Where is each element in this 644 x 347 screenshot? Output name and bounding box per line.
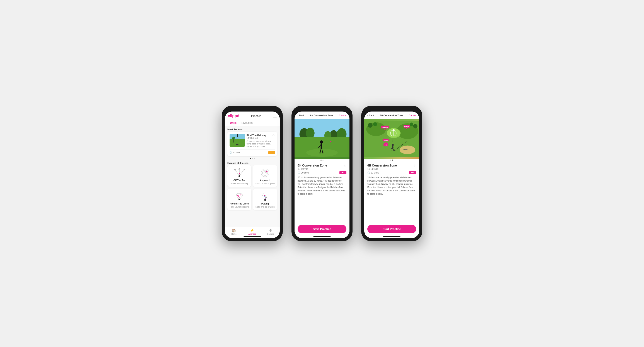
drill-distance: 10-50 yds [298, 168, 327, 170]
svg-point-38 [306, 128, 314, 139]
svg-text:Rough: Rough [404, 126, 409, 127]
svg-point-61 [413, 124, 418, 129]
phone-3: ‹ Back 6ft Conversion Zone Cancel [361, 106, 422, 241]
skill-desc-atg: Hone your short game [230, 206, 249, 208]
svg-text:Fairway: Fairway [382, 126, 388, 128]
svg-rect-6 [237, 134, 238, 137]
capture-icon: ⊕ [269, 228, 272, 232]
cancel-button[interactable]: Cancel [339, 114, 346, 117]
skill-name-approach: Approach [260, 179, 270, 182]
home-icon: 🏠 [232, 228, 236, 232]
drill-description: 20 shots are randomly generated at dista… [298, 176, 346, 196]
detail-body: 6ft Conversion Zone 10-50 yds ☆ 🕐 20 sho… [294, 162, 350, 223]
activities-icon: ⚡ [250, 228, 254, 232]
back-label: Back [369, 114, 374, 117]
svg-point-22 [238, 195, 239, 196]
drill-title: Find The Fairway [246, 134, 275, 137]
cancel-button[interactable]: Cancel [409, 114, 416, 117]
start-practice-button[interactable]: Start Practice [298, 225, 346, 233]
clock-icon: 🕐 [298, 172, 300, 174]
phone-notch [313, 109, 331, 110]
svg-point-26 [238, 196, 239, 197]
shots-info: 🕐 10 shots [230, 151, 240, 154]
svg-point-33 [265, 198, 266, 199]
image-dots [364, 159, 419, 162]
golf-scene [230, 134, 245, 147]
drill-shots: 🕐 20 shots [367, 172, 379, 174]
svg-point-50 [322, 153, 324, 153]
back-button[interactable]: ‹ Back [298, 114, 304, 117]
svg-text:SAND: SAND [403, 149, 408, 151]
clock-icon: 🕐 [367, 172, 370, 174]
back-button[interactable]: ‹ Back [367, 114, 374, 117]
svg-point-62 [410, 122, 413, 126]
skill-card-atg[interactable]: Around The Green Hone your short game [228, 189, 251, 210]
screen-content: Most Popular ☆ [225, 126, 280, 227]
tab-bar: Drills Favourites [228, 120, 277, 126]
detail-title: 6ft Conversion Zone [310, 114, 333, 117]
svg-point-59 [368, 123, 372, 128]
svg-point-29 [262, 194, 263, 195]
skill-card-putting[interactable]: Putting Make and lag practice [253, 189, 277, 210]
svg-point-13 [238, 175, 240, 177]
nav-activities-label: Activities [248, 233, 256, 235]
hamburger-line [273, 117, 277, 117]
detail-body: 6ft Conversion Zone 10-50 yds ☆ 🕐 20 sho… [364, 162, 419, 223]
logo: clippd [228, 114, 239, 118]
skill-icon-putting [258, 191, 272, 202]
tab-favourites[interactable]: Favourites [239, 120, 255, 126]
menu-button[interactable] [273, 115, 277, 117]
home-bar [313, 236, 331, 237]
svg-point-21 [265, 172, 266, 173]
drill-tag: ARG [409, 171, 416, 174]
drill-meta: 🕐 20 shots ARG [298, 171, 346, 174]
drill-shots: 🕐 20 shots [298, 172, 309, 174]
svg-point-14 [239, 173, 240, 174]
skill-card-approach[interactable]: Approach Dial-in to hit the green [253, 165, 277, 187]
phone-screen-3: ‹ Back 6ft Conversion Zone Cancel [364, 112, 419, 238]
drill-photo [294, 119, 350, 159]
screen1-header: clippd Practice Drills Favourites [225, 112, 280, 126]
explore-label: Explore skill areas [225, 160, 280, 165]
start-practice-button[interactable]: Start Practice [367, 225, 416, 233]
drill-tag: OTT [268, 151, 275, 154]
chevron-left-icon: ‹ [298, 114, 298, 117]
skill-card-ott[interactable]: Off The Tee Power and accuracy [228, 165, 251, 187]
phone-notch [383, 109, 400, 110]
golf-scene-svg [230, 134, 245, 147]
topbar: clippd Practice [228, 114, 277, 118]
dot-img-2 [392, 160, 393, 161]
nav-activities[interactable]: ⚡ Activities [243, 228, 262, 235]
svg-point-64 [392, 144, 394, 146]
skill-name-putting: Putting [262, 203, 269, 205]
star-icon[interactable]: ☆ [413, 164, 416, 168]
detail-header: ‹ Back 6ft Conversion Zone Cancel [294, 112, 350, 119]
skill-desc-putting: Make and lag practice [256, 206, 275, 208]
star-icon[interactable]: ☆ [272, 134, 275, 137]
skill-desc-approach: Dial-in to hit the green [256, 182, 275, 185]
featured-drill-card[interactable]: ☆ [228, 132, 277, 156]
back-label: Back [299, 114, 304, 117]
clock-icon: 🕐 [230, 151, 232, 154]
star-icon[interactable]: ☆ [343, 164, 346, 168]
nav-home[interactable]: 🏠 Home [225, 228, 243, 235]
dot-2 [252, 158, 253, 159]
hamburger-line [273, 116, 277, 116]
svg-point-5 [236, 144, 238, 145]
svg-line-28 [263, 192, 265, 194]
drill-description: Create an imaginary fairway using trees … [246, 140, 275, 148]
carousel-dots [225, 158, 280, 159]
nav-capture[interactable]: ⊕ Capture [262, 228, 280, 235]
svg-point-4 [234, 137, 235, 139]
drill-thumbnail [230, 134, 245, 147]
skill-name-ott: Off The Tee [234, 179, 245, 182]
drill-meta: 🕐 20 shots ARG [367, 171, 416, 174]
most-popular-label: Most Popular [225, 126, 280, 132]
dot-img-1 [390, 160, 391, 161]
svg-text:Hit: Hit [385, 144, 387, 146]
skill-name-atg: Around The Green [230, 203, 249, 205]
home-bar [244, 236, 261, 237]
detail-footer: Start Practice [364, 223, 419, 235]
phone-screen-1: clippd Practice Drills Favourites Most P… [225, 112, 280, 238]
tab-drills[interactable]: Drills [228, 120, 239, 126]
